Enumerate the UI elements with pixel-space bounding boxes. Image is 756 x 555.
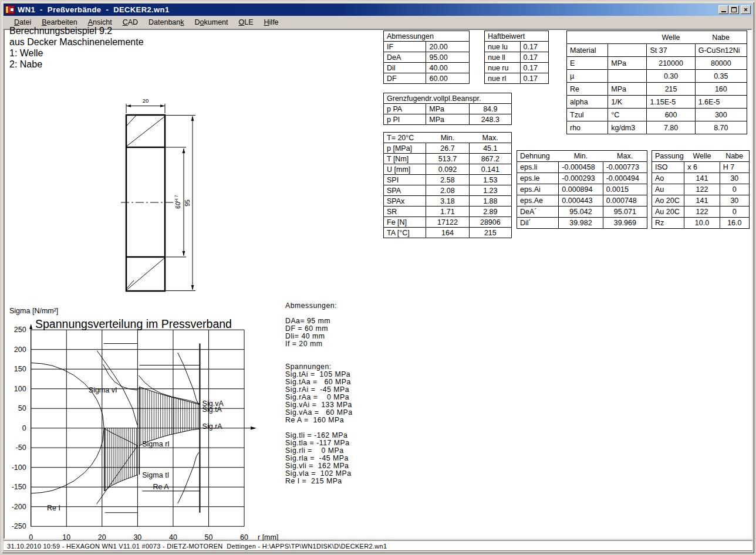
table-cell: 45.1	[469, 143, 511, 154]
table-cell: Tzul	[567, 109, 608, 121]
table-cell: DeA	[384, 52, 426, 63]
drawing-outline	[126, 115, 165, 291]
dim-label-bore: 60H 7	[174, 195, 181, 208]
table-cell: 2.89	[469, 207, 511, 217]
table-cell: -0.000293	[559, 173, 603, 184]
svg-text:-50: -50	[16, 444, 26, 452]
table-cell: 40.00	[426, 63, 470, 73]
svg-text:Sig.rA: Sig.rA	[203, 422, 223, 431]
table-cell: H 7	[720, 162, 749, 173]
series-limit_arc_left_bottom	[31, 428, 104, 493]
table-cell: 0.000748	[603, 195, 647, 207]
table-cell: MPa	[426, 104, 469, 114]
table-cell: -0.000773	[603, 162, 647, 173]
dim-label-width: 20	[143, 97, 149, 104]
minimize-button[interactable]	[718, 5, 728, 14]
svg-text:Re I: Re I	[47, 504, 60, 512]
table-haftbeiwert: Haftbeiwertnue lu0.17nue ll0.17nue ru0.1…	[484, 31, 549, 84]
status-bar: 31.10.2010 10:59 - HEXAGON WN1 V11.01 #0…	[4, 540, 752, 551]
table-cell: 2.08	[426, 185, 469, 196]
table-cell: 1.88	[469, 196, 511, 207]
table-cell: 0.35	[695, 70, 747, 83]
table-cell: MPa	[608, 57, 647, 70]
table-cell: 17122	[426, 217, 469, 228]
series-limit_arc_right_top	[178, 353, 199, 404]
table-cell: 1/K	[608, 96, 647, 109]
table-material: WelleNabeMaterialSt 37G-CuSn12NiEMPa2100…	[566, 31, 747, 134]
table-cell: T [Nm]	[384, 154, 426, 164]
heading: Berechnungsbeispiel 9.2aus Decker Maschi…	[9, 25, 144, 70]
table-cell: 210000	[647, 57, 695, 70]
table-cell: SPA	[384, 185, 426, 196]
table-cell: 28906	[469, 217, 511, 228]
svg-text:-100: -100	[12, 463, 26, 472]
svg-text:Sig.tA: Sig.tA	[203, 405, 222, 414]
table-cell: 122	[684, 207, 720, 218]
table-cell: p PA	[384, 104, 426, 114]
table-cell: 141	[684, 173, 720, 184]
table-cell: E	[567, 57, 608, 70]
table-cell: 0.0015	[603, 184, 647, 195]
hatch-line	[127, 117, 164, 146]
heading-line: Berechnungsbeispiel 9.2	[9, 25, 144, 36]
table-cell: 0.17	[520, 73, 548, 84]
table-header-cell: Welle	[684, 151, 720, 162]
table-cell: 215	[469, 228, 511, 238]
series-limit_line_inner_bottom	[97, 446, 138, 504]
table-header-cell: Min.	[426, 133, 469, 143]
menu-item-datenbank[interactable]: Datenbank	[143, 16, 189, 28]
table-cell: 95.042	[559, 207, 603, 218]
table-header-cell: T= 20°C	[384, 133, 426, 143]
menu-item-ole[interactable]: OLE	[234, 16, 259, 28]
close-icon: ×	[744, 6, 747, 13]
title-bar[interactable]: WN1 - Preßverbände - DECKER2.wn1 ×	[4, 4, 752, 16]
table-cell: 160	[695, 83, 747, 96]
table-cell	[608, 70, 647, 83]
table-cell: 248.3	[469, 114, 511, 125]
minimize-icon	[721, 11, 726, 12]
table-dehnung: DehnungMin.Max.eps.li-0.000458-0.000773e…	[517, 150, 647, 229]
table-cell: 30	[720, 173, 749, 184]
table-cell: G-CuSn12Ni	[695, 44, 747, 57]
table-cell: 164	[426, 228, 469, 238]
table-cell: p [MPa]	[384, 143, 426, 154]
table-cell: IF	[384, 42, 426, 52]
table-cell: 39.969	[603, 218, 647, 229]
table-cell: 10.0	[684, 218, 720, 229]
table-cell: nue ll	[485, 52, 521, 63]
table-title: Abmessungen	[384, 31, 470, 42]
table-cell: 1.71	[426, 207, 469, 217]
chart-ylabel: Sigma [N/mm²]	[9, 307, 58, 315]
table-cell: alpha	[567, 96, 608, 109]
menu-item-dokument[interactable]: Dokument	[190, 16, 234, 28]
table-cell: Dil	[384, 63, 426, 73]
cad-drawing: 20 60H 7 95	[119, 96, 201, 298]
table-header-cell: Max.	[469, 133, 511, 143]
svg-text:100: 100	[14, 385, 26, 393]
dim-label-outer: 95	[184, 199, 191, 207]
table-cell: 7.80	[647, 121, 695, 134]
x-axis-arrow	[251, 427, 256, 429]
y-axis-arrow	[29, 324, 32, 329]
series-limit_arc_left_top	[31, 363, 104, 428]
maximize-button[interactable]	[729, 5, 739, 14]
table-cell: 8.70	[695, 121, 747, 134]
menu-item-hilfe[interactable]: Hilfe	[259, 16, 284, 28]
table-cell: 1.23	[469, 185, 511, 196]
svg-text:200: 200	[14, 346, 26, 354]
close-button[interactable]: ×	[741, 5, 751, 14]
table-cell: 215	[647, 83, 695, 96]
table-cell: Fe [N]	[384, 217, 426, 228]
table-cell: 0.141	[469, 164, 511, 175]
table-cell: 0.000894	[559, 184, 603, 195]
table-cell: 0.17	[520, 42, 548, 52]
table-cell: 2.58	[426, 175, 469, 185]
table-cell: Au	[652, 184, 684, 195]
table-cell: MPa	[608, 83, 647, 96]
table-title: Grenzfugendr.vollpl.Beanspr.	[384, 93, 512, 104]
svg-text:50: 50	[18, 404, 26, 412]
table-cell: µ	[567, 70, 608, 83]
table-cell: 300	[695, 109, 747, 121]
svg-text:-150: -150	[12, 483, 26, 491]
svg-text:-250: -250	[12, 522, 26, 530]
